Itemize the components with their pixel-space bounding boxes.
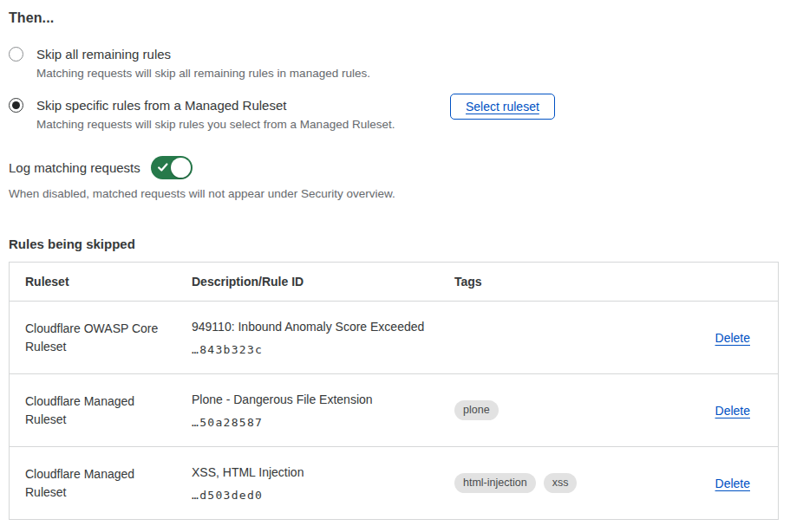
tag-pill: plone [454,400,499,421]
rules-skipped-table: Ruleset Description/Rule ID Tags Cloudfl… [9,262,779,520]
rule-id: …d503ded0 [192,489,446,502]
radio-skip-all-remaining[interactable] [9,47,23,62]
option-label-skip-specific[interactable]: Skip specific rules from a Managed Rules… [36,96,395,114]
tag-pill: xss [544,473,578,494]
option-skip-all-remaining: Skip all remaining rules Matching reques… [9,45,779,81]
action-radio-group: Skip all remaining rules Matching reques… [9,45,779,133]
tags-cell: html-injection xss [454,473,673,494]
rule-description: XSS, HTML Injection [192,464,446,480]
then-heading: Then... [9,10,779,26]
log-matching-row: Log matching requests [9,156,779,179]
delete-link[interactable]: Delete [715,331,750,345]
rule-description: 949110: Inbound Anomaly Score Exceeded [192,319,446,334]
waf-rule-config-panel: Then... Skip all remaining rules Matchin… [0,0,790,520]
toggle-knob [171,158,191,178]
rule-id: …50a28587 [192,416,446,429]
log-matching-description: When disabled, matched requests will not… [9,187,779,200]
log-matching-toggle[interactable] [151,156,193,179]
radio-skip-specific[interactable] [9,98,23,113]
option-desc-skip-all: Matching requests will skip all remainin… [36,66,370,81]
ruleset-name: Cloudflare OWASP Core Ruleset [25,320,174,356]
select-ruleset-button[interactable]: Select ruleset [450,94,555,120]
ruleset-name: Cloudflare Managed Ruleset [25,393,174,429]
option-label-skip-all[interactable]: Skip all remaining rules [36,45,370,63]
column-header-ruleset: Ruleset [25,275,192,289]
delete-link[interactable]: Delete [715,477,750,490]
check-icon [157,161,169,173]
table-row: Cloudflare Managed Ruleset XSS, HTML Inj… [10,446,778,519]
delete-link[interactable]: Delete [715,404,750,418]
option-desc-skip-specific: Matching requests will skip rules you se… [36,117,395,133]
table-header-row: Ruleset Description/Rule ID Tags [10,263,778,301]
ruleset-name: Cloudflare Managed Ruleset [25,465,174,502]
tags-cell: plone [454,400,673,421]
table-row: Cloudflare OWASP Core Ruleset 949110: In… [10,301,778,373]
table-row: Cloudflare Managed Ruleset Plone - Dange… [10,373,778,446]
column-header-tags: Tags [454,275,673,289]
rule-id: …843b323c [192,343,446,356]
rules-skipped-heading: Rules being skipped [9,237,779,251]
tag-pill: html-injection [454,473,536,494]
column-header-description: Description/Rule ID [192,275,454,289]
log-matching-label: Log matching requests [9,160,140,175]
option-skip-specific-rules: Skip specific rules from a Managed Rules… [9,96,779,133]
rule-description: Plone - Dangerous File Extension [192,392,446,407]
